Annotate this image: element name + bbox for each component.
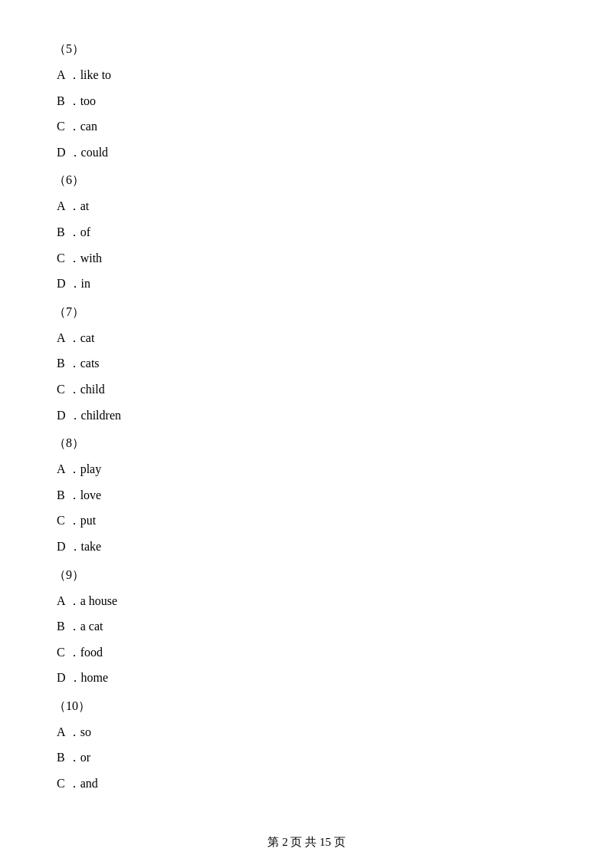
option-q6-b: B ．of [54, 222, 559, 242]
page-footer: 第 2 页 共 15 页 [0, 835, 613, 850]
option-q6-a: A ．at [54, 196, 559, 216]
option-q9-a: A ．a house [54, 591, 559, 611]
option-q7-a: A ．cat [54, 328, 559, 348]
option-q10-b: B ．or [54, 748, 559, 768]
option-q8-a: A ．play [54, 459, 559, 479]
option-q8-c: C ．put [54, 511, 559, 531]
option-q7-d: D ．children [54, 406, 559, 426]
question-number-q8: （8） [54, 436, 559, 452]
option-q8-d: D ．take [54, 537, 559, 557]
option-q5-d: D ．could [54, 143, 559, 163]
question-number-q9: （9） [54, 567, 559, 584]
option-q5-a: A ．like to [54, 65, 559, 85]
option-q7-b: B ．cats [54, 353, 559, 373]
option-q9-d: D ．home [54, 668, 559, 688]
option-q10-c: C ．and [54, 774, 559, 794]
option-q9-c: C ．food [54, 643, 559, 663]
option-q6-c: C ．with [54, 248, 559, 268]
option-q9-b: B ．a cat [54, 616, 559, 636]
option-q5-c: C ．can [54, 117, 559, 136]
question-number-q7: （7） [54, 304, 559, 321]
option-q10-a: A ．so [54, 722, 559, 742]
question-number-q5: （5） [54, 41, 559, 58]
question-number-q10: （10） [54, 699, 559, 715]
option-q8-b: B ．love [54, 485, 559, 505]
question-number-q6: （6） [54, 173, 559, 189]
option-q7-c: C ．child [54, 380, 559, 399]
option-q5-b: B ．too [54, 91, 559, 111]
page-content: （5）A ．like toB ．tooC ．canD ．could（6）A ．a… [0, 0, 613, 846]
option-q6-d: D ．in [54, 274, 559, 294]
footer-text: 第 2 页 共 15 页 [267, 836, 345, 848]
